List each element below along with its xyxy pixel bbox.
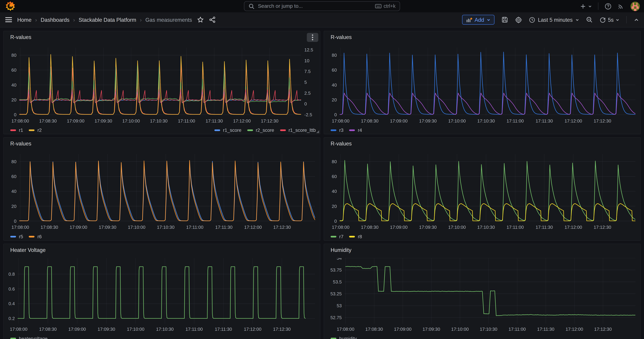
legend-label: r1_score [223, 128, 242, 133]
series-line-r1 [19, 63, 302, 114]
y-axis-tick: 60 [12, 174, 16, 179]
search-input[interactable]: Search or jump to... ctrl+k [244, 1, 400, 11]
x-axis-tick: 17:08:30 [365, 326, 383, 332]
top-bar: Search or jump to... ctrl+k [0, 0, 644, 12]
breadcrumb-item-stackable-data-platform[interactable]: Stackable Data Platform [79, 16, 136, 23]
legend: humidity [330, 336, 636, 339]
panel-title[interactable]: Humidity [330, 247, 351, 253]
y-axis-tick: 0.4 [8, 301, 15, 306]
plot-area[interactable]: 02040608017:08:0017:08:3017:09:0017:09:3… [324, 154, 640, 232]
panel-title[interactable]: R-values [10, 140, 32, 147]
panel-r-values-4: R-values02040608017:08:0017:08:3017:09:0… [324, 137, 641, 241]
zoom-out-button[interactable] [586, 16, 593, 23]
plot-area[interactable]: 02040608017:08:0017:08:3017:09:0017:09:3… [4, 154, 320, 232]
y-axis-tick: 53 [337, 303, 342, 308]
legend-label: r1_score_lttb [288, 128, 316, 133]
x-axis-tick: 17:08:30 [361, 118, 378, 124]
dashboard-settings-button[interactable] [515, 16, 522, 23]
x-axis-tick: 17:11:00 [506, 224, 524, 230]
legend-item-r7[interactable]: r7 [330, 234, 344, 239]
x-axis-tick: 17:08:00 [10, 326, 28, 332]
breadcrumb-item-dashboards[interactable]: Dashboards [41, 16, 70, 23]
refresh-icon [600, 16, 606, 23]
x-axis-tick: 17:09:00 [67, 118, 84, 124]
y-axis-tick: 0 [14, 218, 16, 224]
legend-label: r8 [358, 234, 362, 239]
legend-item-r8[interactable]: r8 [349, 234, 362, 239]
legend-item-humidity[interactable]: humidity [330, 336, 357, 339]
plot-area[interactable]: 0.20.40.60.817:08:0017:08:3017:09:0017:0… [4, 258, 320, 334]
y-axis-tick: 0.6 [8, 286, 15, 292]
breadcrumb-item-home[interactable]: Home [17, 16, 32, 23]
legend-label: heatervoltage [19, 336, 48, 339]
panel-menu-button[interactable] [307, 33, 318, 42]
y-axis-tick: 20 [12, 97, 16, 102]
breadcrumb-separator: › [140, 16, 142, 23]
x-axis-tick: 17:11:00 [186, 224, 203, 230]
add-button[interactable]: Add [462, 15, 494, 25]
y-axis-tick: 60 [12, 68, 16, 73]
legend-item-r1[interactable]: r1 [10, 128, 23, 133]
panel-humidity: Humidity52.755353.2553.553.755417:08:001… [324, 244, 641, 339]
y-axis-tick: 40 [12, 189, 16, 194]
panel-resize-handle[interactable] [316, 130, 319, 133]
legend-item-r1_score[interactable]: r1_score [214, 128, 242, 133]
add-panel-icon [466, 17, 472, 22]
legend-swatch [349, 236, 355, 238]
x-axis-tick: 17:10:00 [128, 224, 146, 230]
user-avatar[interactable] [630, 2, 640, 11]
legend-item-r2[interactable]: r2 [29, 128, 42, 133]
legend-item-r4[interactable]: r4 [349, 128, 362, 133]
x-axis-tick: 17:08:00 [12, 118, 29, 124]
panel-title[interactable]: R-values [330, 140, 352, 147]
x-axis-tick: 17:08:30 [40, 224, 58, 230]
x-axis-tick: 17:10:30 [477, 224, 495, 230]
panel-r-values-3: R-values02040608017:08:0017:08:3017:09:0… [3, 137, 320, 241]
plot-area[interactable]: 020406080-2.502.557.51012.517:08:0017:08… [4, 48, 320, 126]
share-button[interactable] [209, 16, 216, 23]
chevron-down-icon [576, 18, 579, 22]
series-line-r3 [340, 52, 637, 114]
y-axis-tick: 40 [332, 82, 337, 88]
plot-area[interactable]: 52.755353.2553.553.755417:08:0017:08:301… [324, 258, 640, 334]
collapse-topbar-button[interactable] [634, 17, 639, 22]
chevron-down-icon [616, 18, 619, 22]
y-axis-tick: 0 [14, 112, 16, 117]
x-axis-tick: 17:11:00 [508, 326, 526, 332]
help-button[interactable] [604, 2, 612, 10]
hamburger-icon [5, 17, 12, 22]
panel-title[interactable]: R-values [10, 34, 32, 40]
x-axis-tick: 17:11:30 [215, 224, 232, 230]
x-axis-tick: 17:10:00 [451, 326, 469, 332]
news-button[interactable] [618, 3, 624, 10]
x-axis-tick: 17:10:30 [150, 118, 168, 124]
legend-item-r2_score[interactable]: r2_score [247, 128, 274, 133]
legend-item-r5[interactable]: r5 [10, 234, 23, 239]
time-range-picker[interactable]: Last 5 minutes [529, 16, 579, 23]
legend-item-r1_score_lttb[interactable]: r1_score_lttb [280, 128, 316, 133]
legend-swatch [10, 338, 16, 339]
legend-label: r4 [358, 128, 362, 133]
topbar-actions [580, 0, 640, 12]
x-axis-tick: 17:08:00 [332, 118, 350, 124]
mega-menu-button[interactable] [5, 17, 12, 22]
breadcrumb: Home›Dashboards›Stackable Data Platform›… [17, 16, 192, 23]
y-axis-tick: 80 [12, 52, 16, 58]
save-dashboard-button[interactable] [501, 16, 508, 23]
y-axis-tick: 80 [12, 159, 16, 164]
grafana-logo-icon[interactable] [5, 1, 16, 12]
y-axis-tick: 0 [334, 218, 337, 224]
y-axis-tick: 20 [332, 97, 337, 102]
legend-item-r6[interactable]: r6 [29, 234, 42, 239]
refresh-picker[interactable]: 5s [600, 16, 619, 23]
legend-item-r3[interactable]: r3 [330, 128, 344, 133]
y-axis-tick: 60 [332, 174, 337, 179]
legend-item-heatervoltage[interactable]: heatervoltage [10, 336, 48, 339]
plot-area[interactable]: 02040608017:08:0017:08:3017:09:0017:09:3… [324, 48, 640, 126]
chevron-up-icon [634, 17, 639, 22]
new-menu-button[interactable] [580, 3, 592, 9]
panel-title[interactable]: Heater Voltage [10, 247, 46, 253]
panel-title[interactable]: R-values [330, 34, 352, 40]
favorite-button[interactable] [197, 16, 204, 23]
x-axis-tick: 17:10:30 [477, 118, 495, 124]
